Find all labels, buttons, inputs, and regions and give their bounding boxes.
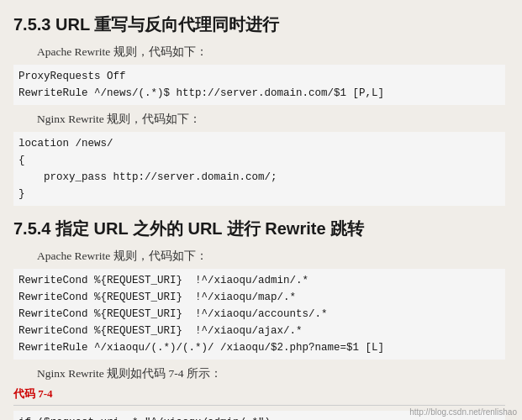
apache-label-2: Apache Rewrite 规则，代码如下： — [37, 249, 505, 264]
apache-label-1: Apache Rewrite 规则，代码如下： — [37, 45, 505, 60]
section-754-title: 7.5.4 指定 URL 之外的 URL 进行 Rewrite 跳转 — [13, 218, 505, 240]
code-label-74: 代码 7-4 — [13, 386, 505, 402]
page-container: 7.5.3 URL 重写与反向代理同时进行 Apache Rewrite 规则，… — [0, 0, 522, 420]
nginx-label-1: Nginx Rewrite 规则，代码如下： — [37, 112, 505, 127]
section-753-title: 7.5.3 URL 重写与反向代理同时进行 — [13, 13, 505, 36]
apache-code-2: RewriteCond %{REQUEST_URI} !^/xiaoqu/adm… — [13, 269, 505, 360]
section-753: 7.5.3 URL 重写与反向代理同时进行 Apache Rewrite 规则，… — [13, 13, 505, 206]
section-divider — [13, 405, 505, 406]
section-754: 7.5.4 指定 URL 之外的 URL 进行 Rewrite 跳转 Apach… — [13, 218, 505, 420]
watermark: http://blog.csdn.net/renlishao — [409, 407, 517, 417]
nginx-label-2: Nginx Rewrite 规则如代码 7-4 所示： — [37, 366, 505, 381]
apache-code-1: ProxyRequests Off RewriteRule ^/news/(.*… — [13, 65, 505, 105]
nginx-code-1: location /news/ { proxy_pass http://serv… — [13, 132, 505, 206]
